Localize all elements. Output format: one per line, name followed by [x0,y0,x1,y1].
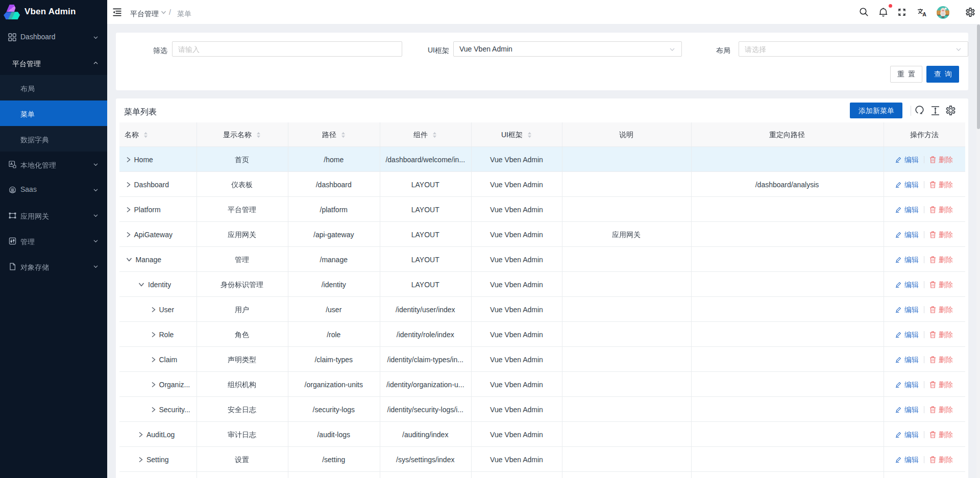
svg-text:A: A [922,11,926,17]
